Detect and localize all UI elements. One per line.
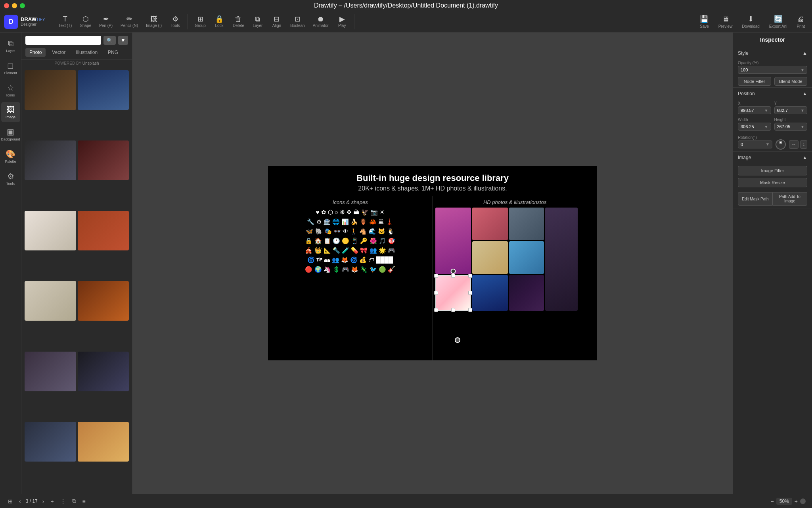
- rotation-dot: [779, 141, 782, 144]
- image-filter-button[interactable]: Image Filter: [738, 166, 807, 175]
- page-settings-button[interactable]: ≡: [81, 497, 87, 505]
- play-icon: ▶: [339, 15, 345, 23]
- search-input[interactable]: [25, 36, 101, 45]
- boolean-icon: ⊡: [295, 15, 301, 23]
- height-field: Height 267.05 ▼: [774, 117, 808, 131]
- collage-woman: [545, 208, 578, 311]
- collage-couple: [472, 208, 508, 240]
- edit-mask-path-button[interactable]: Edit Mask Path: [738, 192, 773, 206]
- page-options-button[interactable]: ⋮: [59, 497, 67, 505]
- duplicate-page-button[interactable]: ⧉: [71, 497, 78, 505]
- sidebar-item-background[interactable]: ▣ Background: [1, 124, 20, 144]
- zoom-out-button[interactable]: −: [771, 498, 774, 504]
- photo-thumb-11[interactable]: [25, 422, 76, 462]
- pen-label: Pen (P): [99, 23, 113, 28]
- add-page-button[interactable]: +: [49, 497, 55, 505]
- search-dropdown[interactable]: ▼: [118, 36, 128, 45]
- zoom-level[interactable]: 50%: [776, 498, 792, 505]
- animator-button[interactable]: ⏺ Animator: [310, 14, 332, 29]
- maximize-button[interactable]: [20, 3, 25, 8]
- rotation-dial[interactable]: [776, 139, 786, 150]
- tools-tool[interactable]: ⚙ Tools: [167, 14, 184, 29]
- download-button[interactable]: ⬇ Download: [739, 13, 762, 30]
- path-add-to-image-button[interactable]: Path Add To Image: [773, 192, 807, 206]
- rotation-input[interactable]: 0 ▼: [738, 140, 772, 148]
- group-label: Group: [195, 23, 206, 28]
- photo-thumb-4[interactable]: [78, 140, 129, 180]
- position-section-header[interactable]: Position ▲: [733, 88, 812, 100]
- preview-button[interactable]: 🖥 Preview: [715, 13, 736, 30]
- zoom-fit-button[interactable]: [800, 498, 806, 504]
- canvas[interactable]: Built-in huge design resource library 20…: [268, 166, 597, 360]
- image-tool[interactable]: 🖼 Image (I): [143, 14, 165, 29]
- play-button[interactable]: ▶ Play: [333, 14, 351, 29]
- photo-thumb-7[interactable]: [25, 281, 76, 321]
- photo-thumb-9[interactable]: [25, 352, 76, 391]
- sidebar-item-tools[interactable]: ⚙ Tools: [1, 168, 20, 189]
- toolbar: D DRAWTIFY Designer T Text (T) ⬡ Shape ✒…: [0, 11, 812, 33]
- collage-illustration[interactable]: [435, 275, 471, 311]
- mask-resize-button[interactable]: Mask Resize: [738, 178, 807, 187]
- flip-v-button[interactable]: ↕: [800, 140, 807, 149]
- save-button[interactable]: 💾 Save: [697, 13, 712, 30]
- tab-png[interactable]: PNG: [104, 48, 122, 57]
- search-button[interactable]: 🔍: [103, 36, 116, 45]
- shape-tool[interactable]: ⬡ Shape: [77, 14, 94, 29]
- node-filter-button[interactable]: Node Filter: [738, 77, 771, 86]
- sidebar-item-icons[interactable]: ☆ Icons: [1, 80, 20, 100]
- print-button[interactable]: 🖨 Print: [793, 13, 808, 30]
- grid-view-button[interactable]: ⊞: [6, 497, 14, 505]
- export-ani-icon: 🔄: [774, 15, 783, 23]
- height-value: 267.05: [777, 124, 801, 129]
- close-button[interactable]: [4, 3, 9, 8]
- photo-thumb-2[interactable]: [78, 70, 129, 110]
- height-input[interactable]: 267.05 ▼: [774, 123, 808, 131]
- style-section-header[interactable]: Style ▲: [733, 47, 812, 59]
- text-tool[interactable]: T Text (T): [55, 14, 75, 29]
- pencil-tool[interactable]: ✏ Pencil (N): [117, 14, 141, 29]
- opacity-field: Opacity (%) 100 ▼: [738, 61, 807, 74]
- photo-thumb-5[interactable]: [25, 211, 76, 250]
- opacity-input[interactable]: 100 ▼: [738, 66, 807, 74]
- tab-vector[interactable]: Vector: [48, 48, 69, 57]
- lock-button[interactable]: 🔒 Lock: [211, 14, 228, 29]
- image-section-header[interactable]: Image ▲: [733, 152, 812, 164]
- layer-button[interactable]: ⧉ Layer: [249, 14, 266, 29]
- pen-tool[interactable]: ✒ Pen (P): [96, 14, 116, 29]
- minimize-button[interactable]: [12, 3, 17, 8]
- blend-mode-button[interactable]: Blend Mode: [774, 77, 808, 86]
- rotation-icons: ↔ ↕: [789, 140, 807, 149]
- boolean-button[interactable]: ⊡ Boolean: [287, 14, 308, 29]
- tab-illustration[interactable]: Illustration: [72, 48, 102, 57]
- align-button[interactable]: ⊟ Align: [268, 14, 285, 29]
- image-label: Image (I): [146, 23, 162, 28]
- left-photo-panel: 🔍 ▼ Photo Vector Illustration PNG POWERE…: [21, 33, 132, 494]
- x-input[interactable]: 998.57 ▼: [738, 106, 771, 114]
- tab-photo[interactable]: Photo: [25, 48, 46, 57]
- logo-icon: D: [4, 15, 18, 29]
- zoom-in-button[interactable]: +: [795, 498, 798, 504]
- page-total: 17: [32, 498, 37, 504]
- sidebar-item-image[interactable]: 🖼 Image: [1, 102, 20, 122]
- sidebar-item-element[interactable]: ◻ Element: [1, 58, 20, 78]
- group-button[interactable]: ⊞ Group: [192, 14, 209, 29]
- y-input[interactable]: 682.7 ▼: [774, 106, 808, 114]
- animator-label: Animator: [313, 23, 329, 28]
- photo-thumb-6[interactable]: [78, 211, 129, 250]
- sidebar-item-palette[interactable]: 🎨 Palette: [1, 146, 20, 167]
- width-input[interactable]: 306.25 ▼: [738, 123, 771, 131]
- photo-collage: [435, 208, 595, 312]
- photo-thumb-8[interactable]: [78, 281, 129, 321]
- next-page-button[interactable]: ›: [41, 497, 46, 505]
- photo-thumb-3[interactable]: [25, 140, 76, 180]
- photo-thumb-12[interactable]: [78, 422, 129, 462]
- export-ani-button[interactable]: 🔄 Export Ani: [766, 13, 791, 30]
- photo-thumb-1[interactable]: [25, 70, 76, 110]
- delete-button[interactable]: 🗑 Delete: [230, 14, 247, 29]
- sidebar-item-layer[interactable]: ⧉ Layer: [1, 36, 20, 56]
- opacity-row: Opacity (%) 100 ▼: [733, 59, 812, 75]
- prev-page-button[interactable]: ‹: [17, 497, 23, 505]
- canvas-area[interactable]: Built-in huge design resource library 20…: [132, 33, 733, 494]
- photo-thumb-10[interactable]: [78, 352, 129, 391]
- flip-h-button[interactable]: ↔: [789, 140, 799, 149]
